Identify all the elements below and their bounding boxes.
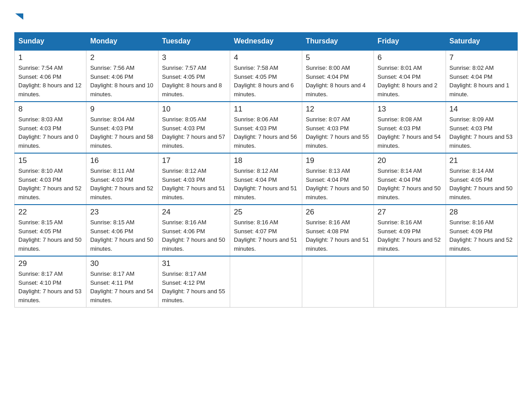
calendar-cell: 7Sunrise: 8:02 AMSunset: 4:04 PMDaylight… (446, 50, 517, 102)
col-header-wednesday: Wednesday (230, 33, 302, 51)
day-info: Sunrise: 7:56 AMSunset: 4:06 PMDaylight:… (90, 64, 154, 98)
col-header-sunday: Sunday (15, 33, 86, 51)
calendar-cell: 18Sunrise: 8:12 AMSunset: 4:04 PMDayligh… (230, 153, 302, 205)
day-number: 5 (306, 53, 370, 62)
calendar-cell: 12Sunrise: 8:07 AMSunset: 4:03 PMDayligh… (302, 102, 373, 153)
day-number: 25 (234, 208, 298, 217)
day-info: Sunrise: 8:14 AMSunset: 4:05 PMDaylight:… (450, 167, 514, 201)
calendar-cell: 10Sunrise: 8:05 AMSunset: 4:03 PMDayligh… (158, 102, 230, 153)
calendar-cell: 19Sunrise: 8:13 AMSunset: 4:04 PMDayligh… (302, 153, 373, 205)
day-info: Sunrise: 7:54 AMSunset: 4:06 PMDaylight:… (18, 64, 82, 98)
day-number: 16 (90, 156, 154, 165)
day-info: Sunrise: 8:04 AMSunset: 4:03 PMDaylight:… (90, 115, 154, 150)
calendar-cell: 3Sunrise: 7:57 AMSunset: 4:05 PMDaylight… (158, 50, 230, 102)
day-number: 1 (18, 53, 82, 62)
calendar-cell: 14Sunrise: 8:09 AMSunset: 4:03 PMDayligh… (446, 102, 517, 153)
calendar-cell (446, 256, 517, 308)
header-row: SundayMondayTuesdayWednesdayThursdayFrid… (15, 33, 518, 51)
calendar-cell: 31Sunrise: 8:17 AMSunset: 4:12 PMDayligh… (158, 256, 230, 308)
calendar-cell: 25Sunrise: 8:16 AMSunset: 4:07 PMDayligh… (230, 205, 302, 256)
calendar-cell: 9Sunrise: 8:04 AMSunset: 4:03 PMDaylight… (86, 102, 158, 153)
day-info: Sunrise: 8:14 AMSunset: 4:04 PMDaylight:… (378, 167, 442, 201)
calendar-cell: 20Sunrise: 8:14 AMSunset: 4:04 PMDayligh… (374, 153, 446, 205)
day-info: Sunrise: 7:58 AMSunset: 4:05 PMDaylight:… (234, 64, 298, 98)
calendar-cell: 29Sunrise: 8:17 AMSunset: 4:10 PMDayligh… (15, 256, 86, 308)
day-number: 27 (378, 208, 442, 217)
day-info: Sunrise: 8:02 AMSunset: 4:04 PMDaylight:… (450, 64, 514, 98)
week-row-4: 22Sunrise: 8:15 AMSunset: 4:05 PMDayligh… (15, 205, 518, 256)
calendar-cell: 15Sunrise: 8:10 AMSunset: 4:03 PMDayligh… (15, 153, 86, 205)
calendar-cell: 27Sunrise: 8:16 AMSunset: 4:09 PMDayligh… (374, 205, 446, 256)
day-number: 2 (90, 53, 154, 62)
header (14, 11, 518, 21)
logo-icon-wrapper (14, 11, 25, 21)
day-number: 3 (162, 53, 226, 62)
calendar-cell: 17Sunrise: 8:12 AMSunset: 4:03 PMDayligh… (158, 153, 230, 205)
calendar-cell: 8Sunrise: 8:03 AMSunset: 4:03 PMDaylight… (15, 102, 86, 153)
day-number: 20 (378, 156, 442, 165)
day-info: Sunrise: 7:57 AMSunset: 4:05 PMDaylight:… (162, 64, 226, 98)
day-info: Sunrise: 8:15 AMSunset: 4:05 PMDaylight:… (18, 218, 82, 253)
day-info: Sunrise: 8:03 AMSunset: 4:03 PMDaylight:… (18, 115, 82, 150)
day-number: 4 (234, 53, 298, 62)
day-info: Sunrise: 8:17 AMSunset: 4:11 PMDaylight:… (90, 270, 154, 304)
day-info: Sunrise: 8:16 AMSunset: 4:09 PMDaylight:… (378, 218, 442, 253)
calendar-cell: 5Sunrise: 8:00 AMSunset: 4:04 PMDaylight… (302, 50, 373, 102)
calendar-cell: 13Sunrise: 8:08 AMSunset: 4:03 PMDayligh… (374, 102, 446, 153)
day-number: 19 (306, 156, 370, 165)
logo-row1 (14, 11, 25, 21)
calendar-cell: 24Sunrise: 8:16 AMSunset: 4:06 PMDayligh… (158, 205, 230, 256)
calendar-cell: 22Sunrise: 8:15 AMSunset: 4:05 PMDayligh… (15, 205, 86, 256)
day-number: 31 (162, 259, 226, 268)
day-number: 30 (90, 259, 154, 268)
col-header-friday: Friday (374, 33, 446, 51)
day-info: Sunrise: 8:16 AMSunset: 4:08 PMDaylight:… (306, 218, 370, 253)
calendar-cell: 4Sunrise: 7:58 AMSunset: 4:05 PMDaylight… (230, 50, 302, 102)
day-info: Sunrise: 8:11 AMSunset: 4:03 PMDaylight:… (90, 167, 154, 201)
day-info: Sunrise: 8:01 AMSunset: 4:04 PMDaylight:… (378, 64, 442, 98)
day-number: 26 (306, 208, 370, 217)
calendar-cell: 23Sunrise: 8:15 AMSunset: 4:06 PMDayligh… (86, 205, 158, 256)
col-header-thursday: Thursday (302, 33, 373, 51)
day-info: Sunrise: 8:10 AMSunset: 4:03 PMDaylight:… (18, 167, 82, 201)
calendar-cell: 2Sunrise: 7:56 AMSunset: 4:06 PMDaylight… (86, 50, 158, 102)
day-number: 22 (18, 208, 82, 217)
calendar-cell: 11Sunrise: 8:06 AMSunset: 4:03 PMDayligh… (230, 102, 302, 153)
day-info: Sunrise: 8:06 AMSunset: 4:03 PMDaylight:… (234, 115, 298, 150)
col-header-saturday: Saturday (446, 33, 517, 51)
day-info: Sunrise: 8:07 AMSunset: 4:03 PMDaylight:… (306, 115, 370, 150)
day-number: 8 (18, 105, 82, 114)
day-info: Sunrise: 8:00 AMSunset: 4:04 PMDaylight:… (306, 64, 370, 98)
week-row-3: 15Sunrise: 8:10 AMSunset: 4:03 PMDayligh… (15, 153, 518, 205)
week-row-5: 29Sunrise: 8:17 AMSunset: 4:10 PMDayligh… (15, 256, 518, 308)
day-number: 13 (378, 105, 442, 114)
logo-triangle-icon (15, 12, 25, 21)
day-number: 24 (162, 208, 226, 217)
day-number: 10 (162, 105, 226, 114)
day-info: Sunrise: 8:16 AMSunset: 4:06 PMDaylight:… (162, 218, 226, 253)
day-info: Sunrise: 8:12 AMSunset: 4:03 PMDaylight:… (162, 167, 226, 201)
day-number: 15 (18, 156, 82, 165)
day-number: 29 (18, 259, 82, 268)
day-number: 23 (90, 208, 154, 217)
day-info: Sunrise: 8:12 AMSunset: 4:04 PMDaylight:… (234, 167, 298, 201)
day-info: Sunrise: 8:16 AMSunset: 4:09 PMDaylight:… (450, 218, 514, 253)
day-info: Sunrise: 8:09 AMSunset: 4:03 PMDaylight:… (450, 115, 514, 150)
col-header-monday: Monday (86, 33, 158, 51)
day-number: 11 (234, 105, 298, 114)
calendar-cell (302, 256, 373, 308)
calendar-table: SundayMondayTuesdayWednesdayThursdayFrid… (14, 32, 518, 308)
calendar-cell: 28Sunrise: 8:16 AMSunset: 4:09 PMDayligh… (446, 205, 517, 256)
day-number: 17 (162, 156, 226, 165)
day-number: 12 (306, 105, 370, 114)
day-info: Sunrise: 8:16 AMSunset: 4:07 PMDaylight:… (234, 218, 298, 253)
day-info: Sunrise: 8:05 AMSunset: 4:03 PMDaylight:… (162, 115, 226, 150)
calendar-cell (374, 256, 446, 308)
day-number: 21 (450, 156, 514, 165)
col-header-tuesday: Tuesday (158, 33, 230, 51)
calendar-cell: 16Sunrise: 8:11 AMSunset: 4:03 PMDayligh… (86, 153, 158, 205)
svg-marker-0 (15, 13, 23, 20)
calendar-cell (230, 256, 302, 308)
calendar-cell: 30Sunrise: 8:17 AMSunset: 4:11 PMDayligh… (86, 256, 158, 308)
calendar-cell: 26Sunrise: 8:16 AMSunset: 4:08 PMDayligh… (302, 205, 373, 256)
